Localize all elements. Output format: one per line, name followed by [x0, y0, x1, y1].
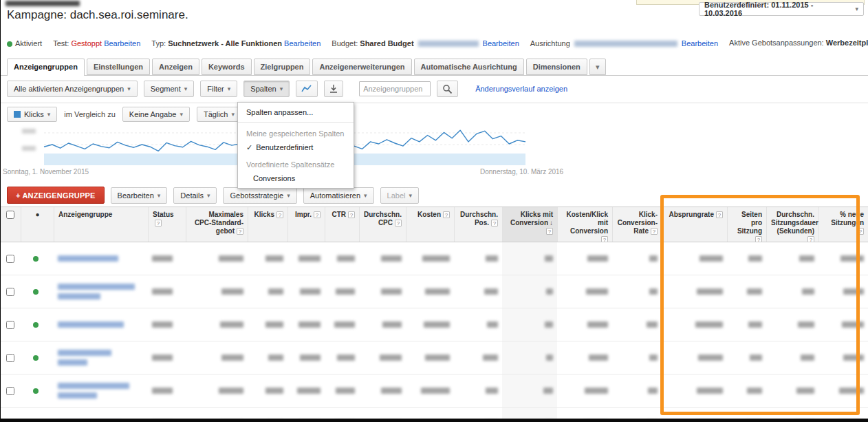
column-header-conv_klicks[interactable]: Klicks mit Conversion↓? [502, 207, 557, 242]
row-checkbox[interactable] [6, 321, 14, 329]
tab-anzeigen[interactable]: Anzeigen [152, 59, 199, 75]
change-history-link[interactable]: Änderungsverlauf anzeigen [475, 85, 567, 93]
help-icon[interactable]: ? [276, 211, 283, 218]
help-icon[interactable]: ? [491, 220, 498, 226]
column-header-dot[interactable]: ● [21, 207, 54, 242]
segment-dropdown[interactable]: Segment▾ [144, 81, 195, 97]
adgroup-name-cell[interactable] [54, 341, 148, 374]
metric-cell-conv_rate [612, 374, 662, 407]
metric-cell-pos [454, 242, 502, 275]
label-dropdown[interactable]: Label▾ [380, 187, 419, 204]
add-adgroup-button[interactable]: + ANZEIGENGRUPPE [7, 187, 105, 204]
metric-cell-conv_rate [612, 308, 662, 341]
column-header-kosten[interactable]: Kosten? [406, 207, 454, 242]
edit-type-link[interactable]: Bearbeiten [284, 39, 321, 48]
help-icon[interactable]: ? [857, 228, 864, 235]
metric-selector[interactable]: Klicks▾ [7, 107, 57, 122]
tab-anzeigengruppen[interactable]: Anzeigengruppen [7, 59, 85, 76]
column-header-cb[interactable] [0, 207, 21, 242]
column-header-ctr[interactable]: CTR? [325, 207, 359, 242]
help-icon[interactable]: ? [348, 211, 355, 218]
tab-keywords[interactable]: Keywords [202, 59, 252, 75]
tab-automatische-ausrichtung[interactable]: Automatische Ausrichtung [414, 59, 524, 75]
adgroup-name-cell[interactable] [54, 275, 148, 308]
adgroup-name-cell[interactable] [54, 242, 148, 275]
help-icon[interactable]: ? [755, 236, 762, 242]
sort-desc-icon[interactable]: ↓ [550, 219, 553, 226]
edit-dropdown[interactable]: Bearbeiten▾ [111, 187, 168, 204]
redacted-value [697, 388, 723, 394]
help-icon[interactable]: ? [807, 236, 814, 242]
column-header-pages[interactable]: Seiten pro Sitzung? [727, 207, 766, 242]
download-button[interactable] [324, 81, 343, 97]
column-header-impr[interactable]: Impr.? [287, 207, 325, 242]
edit-targeting-link[interactable]: Bearbeiten [682, 39, 718, 48]
search-button[interactable] [437, 81, 458, 97]
row-checkbox[interactable] [6, 288, 14, 296]
help-icon[interactable]: ? [651, 228, 658, 235]
search-icon [442, 84, 453, 94]
view-filter-dropdown[interactable]: Alle aktivierten Anzeigengruppen▾ [7, 81, 138, 97]
column-header-name[interactable]: Anzeigengruppe [54, 207, 148, 242]
help-icon[interactable]: ? [443, 211, 450, 218]
test-label: Test: [53, 39, 69, 48]
column-header-max_cpc[interactable]: Maximales CPC-Standard-gebot? [186, 207, 248, 242]
bid-strategy-dropdown[interactable]: Gebotsstrategie▾ [223, 187, 296, 204]
help-icon[interactable]: ? [155, 220, 162, 226]
menu-item-conversions[interactable]: Conversions [238, 171, 354, 186]
automate-dropdown[interactable]: Automatisieren▾ [303, 187, 374, 204]
column-header-cpc[interactable]: Durchschn. CPC? [359, 207, 406, 242]
row-checkbox[interactable] [6, 255, 14, 263]
row-checkbox[interactable] [6, 354, 14, 362]
menu-item-benutzerdefiniert[interactable]: ✓Benutzerdefiniert [238, 140, 354, 156]
column-header-status[interactable]: Status? [148, 207, 186, 242]
column-header-new_sessions[interactable]: % neue Sitzungen? [818, 207, 868, 242]
details-dropdown[interactable]: Details▾ [173, 187, 217, 204]
compare-selector[interactable]: Keine Angabe▾ [122, 107, 190, 122]
help-icon[interactable]: ? [237, 228, 243, 235]
filter-dropdown[interactable]: Filter▾ [200, 81, 237, 97]
columns-dropdown[interactable]: Spalten▾ [243, 81, 290, 97]
edit-test-link[interactable]: Bearbeiten [104, 39, 140, 48]
granularity-selector[interactable]: Täglich▾ [197, 107, 241, 122]
help-icon[interactable]: ? [546, 228, 553, 235]
column-header-duration[interactable]: Durchschn. Sitzungsdauer (Sekunden)? [766, 207, 818, 242]
status-enabled: Aktiviert [7, 39, 42, 48]
column-header-conv_rate[interactable]: Klick-Conversion-Rate? [612, 207, 662, 242]
adgroup-name-cell[interactable] [54, 308, 148, 341]
row-select-cell [0, 275, 21, 308]
help-icon[interactable]: ? [601, 236, 608, 242]
redacted-budget-value [418, 41, 479, 47]
redacted-value [699, 255, 723, 262]
redacted-value [748, 255, 762, 262]
help-icon[interactable]: ? [395, 220, 402, 226]
chevron-down-icon: ▾ [184, 85, 188, 92]
help-icon[interactable]: ? [716, 211, 723, 218]
help-icon[interactable]: ? [314, 211, 321, 218]
select-all-checkbox[interactable] [6, 211, 14, 219]
tab-dimensionen[interactable]: Dimensionen [526, 59, 587, 75]
column-header-pos[interactable]: Durchschn. Pos.? [454, 207, 502, 242]
metric-cell-duration [766, 275, 818, 308]
tab-zielgruppen[interactable]: Zielgruppen [254, 59, 311, 75]
date-range-selector[interactable]: Benutzerdefiniert: 01.11.2015 - 10.03.20… [699, 2, 864, 16]
series-color-swatch [14, 111, 21, 118]
enabled-status-icon [33, 388, 39, 394]
column-header-bounce[interactable]: Absprungrate? [662, 207, 727, 242]
column-header-klicks[interactable]: Klicks? [248, 207, 287, 242]
metric-cell-pos [454, 308, 502, 341]
edit-budget-link[interactable]: Bearbeiten [483, 39, 519, 48]
budget-value: Shared Budget [360, 39, 413, 48]
adwords-campaign-page: Kampagne: dach.sea.roi.seminare. Benutze… [0, 0, 868, 422]
tab-overflow-dropdown[interactable]: ▾ [589, 59, 606, 75]
row-checkbox[interactable] [6, 387, 14, 395]
tab-einstellungen[interactable]: Einstellungen [87, 59, 150, 75]
adgroup-name-cell[interactable] [54, 374, 148, 407]
column-header-cost_per_conv[interactable]: Kosten/Klick mit Conversion? [557, 207, 612, 242]
chart-toggle-button[interactable] [296, 81, 318, 97]
search-input[interactable] [359, 81, 431, 96]
redacted-adgroup-name [58, 321, 124, 328]
menu-item-spalten-anpassen[interactable]: Spalten anpassen... [238, 105, 354, 120]
tab-anzeigenerweiterungen[interactable]: Anzeigenerweiterungen [312, 59, 411, 75]
redacted-value [334, 321, 355, 328]
